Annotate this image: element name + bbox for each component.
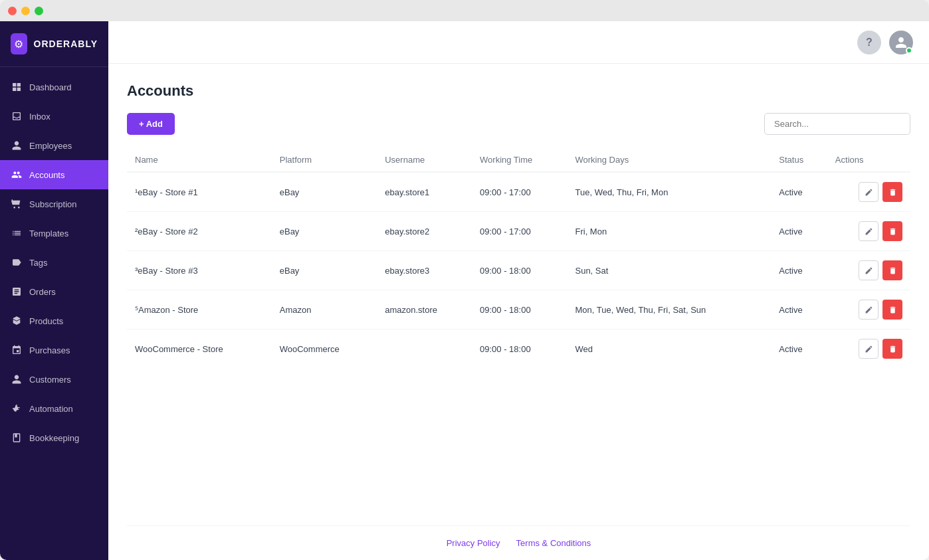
actions-cell: [827, 212, 910, 251]
bookkeeping-icon: [11, 432, 23, 444]
terms-conditions-link[interactable]: Terms & Conditions: [516, 538, 591, 548]
sidebar-item-label-bookkeeping: Bookkeeping: [29, 433, 79, 443]
cell-3: 09:00 - 18:00: [472, 290, 567, 329]
sidebar-item-tags[interactable]: Tags: [0, 248, 108, 277]
cell-4: Tue, Wed, Thu, Fri, Mon: [567, 172, 771, 212]
sidebar-item-subscription[interactable]: Subscription: [0, 189, 108, 219]
cell-2: [377, 329, 472, 369]
app-container: ⚙ ORDERABLY DashboardInboxEmployeesAccou…: [0, 21, 929, 560]
sidebar-item-orders[interactable]: Orders: [0, 277, 108, 306]
logo-icon: ⚙: [11, 33, 27, 54]
delete-button[interactable]: [882, 182, 902, 202]
sidebar-item-label-orders: Orders: [29, 287, 56, 297]
cell-1: eBay: [272, 172, 377, 212]
table-row: ¹eBay - Store #1eBayebay.store109:00 - 1…: [127, 172, 910, 212]
sidebar-item-purchases[interactable]: Purchases: [0, 335, 108, 365]
user-avatar-wrap[interactable]: [889, 31, 913, 54]
cell-4: Wed: [567, 329, 771, 369]
edit-button[interactable]: [859, 339, 878, 359]
table-header-row: NamePlatformUsernameWorking TimeWorking …: [127, 148, 910, 172]
cell-1: WooCommerce: [272, 329, 377, 369]
sidebar-item-label-inbox: Inbox: [29, 112, 51, 122]
content-area: Accounts + Add NamePlatformUsernameWorki…: [108, 64, 929, 560]
cell-0: ²eBay - Store #2: [127, 212, 272, 251]
sidebar-item-label-tags: Tags: [29, 258, 47, 268]
people-icon: [11, 169, 23, 181]
tag-icon: [11, 256, 23, 268]
cell-4: Fri, Mon: [567, 212, 771, 251]
sidebar-item-label-dashboard: Dashboard: [29, 82, 72, 92]
help-button[interactable]: ?: [857, 31, 881, 54]
maximize-chrome-btn[interactable]: [35, 7, 43, 15]
main-content: ? Accounts + Add NamePlatformUsernameWor…: [108, 21, 929, 560]
delete-button[interactable]: [882, 221, 902, 241]
footer: Privacy Policy Terms & Conditions: [127, 525, 910, 560]
actions-container: [835, 182, 902, 202]
delete-button[interactable]: [882, 339, 902, 359]
sidebar-item-label-purchases: Purchases: [29, 345, 70, 355]
actions-cell: [827, 329, 910, 369]
close-chrome-btn[interactable]: [8, 7, 17, 15]
col-header-username: Username: [377, 148, 472, 172]
top-bar: ?: [108, 21, 929, 64]
sidebar-item-inbox[interactable]: Inbox: [0, 102, 108, 131]
table-row: ²eBay - Store #2eBayebay.store209:00 - 1…: [127, 212, 910, 251]
cell-0: ⁵Amazon - Store: [127, 290, 272, 329]
search-input[interactable]: [764, 113, 910, 135]
delete-button[interactable]: [882, 260, 902, 280]
cell-0: ¹eBay - Store #1: [127, 172, 272, 212]
actions-cell: [827, 290, 910, 329]
edit-button[interactable]: [859, 260, 878, 280]
page-title: Accounts: [127, 82, 910, 100]
privacy-policy-link[interactable]: Privacy Policy: [447, 538, 500, 548]
cell-3: 09:00 - 18:00: [472, 251, 567, 290]
table-row: ³eBay - Store #3eBayebay.store309:00 - 1…: [127, 251, 910, 290]
edit-button[interactable]: [859, 182, 878, 202]
col-header-platform: Platform: [272, 148, 377, 172]
customers-icon: [11, 373, 23, 385]
sidebar-item-bookkeeping[interactable]: Bookkeeping: [0, 423, 108, 452]
sidebar-item-label-templates: Templates: [29, 229, 68, 238]
window-chrome: [0, 0, 929, 21]
sidebar-item-automation[interactable]: Automation: [0, 394, 108, 423]
accounts-table: NamePlatformUsernameWorking TimeWorking …: [127, 148, 910, 368]
sidebar-item-label-products: Products: [29, 316, 63, 326]
edit-button[interactable]: [859, 221, 878, 241]
cell-0: WooCommerce - Store: [127, 329, 272, 369]
cell-1: Amazon: [272, 290, 377, 329]
actions-container: [835, 339, 902, 359]
avatar-online-dot: [906, 47, 912, 54]
sidebar-item-label-employees: Employees: [29, 141, 72, 151]
sidebar-item-label-accounts: Accounts: [29, 170, 64, 180]
cell-5: Active: [771, 251, 827, 290]
sidebar-item-customers[interactable]: Customers: [0, 365, 108, 394]
col-header-name: Name: [127, 148, 272, 172]
automation-icon: [11, 403, 23, 415]
minimize-chrome-btn[interactable]: [21, 7, 30, 15]
sidebar-item-accounts[interactable]: Accounts: [0, 160, 108, 189]
sidebar-item-products[interactable]: Products: [0, 306, 108, 335]
cell-4: Mon, Tue, Wed, Thu, Fri, Sat, Sun: [567, 290, 771, 329]
cart-icon: [11, 198, 23, 210]
table-body: ¹eBay - Store #1eBayebay.store109:00 - 1…: [127, 172, 910, 368]
sidebar-item-label-automation: Automation: [29, 404, 73, 414]
add-button[interactable]: + Add: [127, 113, 175, 135]
toolbar: + Add: [127, 113, 910, 135]
sidebar-item-employees[interactable]: Employees: [0, 131, 108, 160]
cell-1: eBay: [272, 251, 377, 290]
cell-5: Active: [771, 212, 827, 251]
col-header-actions: Actions: [827, 148, 910, 172]
edit-button[interactable]: [859, 300, 878, 320]
sidebar-item-templates[interactable]: Templates: [0, 219, 108, 248]
sidebar-item-dashboard[interactable]: Dashboard: [0, 72, 108, 102]
cell-2: ebay.store3: [377, 251, 472, 290]
actions-cell: [827, 251, 910, 290]
sidebar-nav: DashboardInboxEmployeesAccountsSubscript…: [0, 67, 108, 560]
col-header-working-days: Working Days: [567, 148, 771, 172]
delete-button[interactable]: [882, 300, 902, 320]
grid-icon: [11, 81, 23, 93]
actions-container: [835, 260, 902, 280]
brand-name: ORDERABLY: [34, 39, 98, 49]
sidebar-header: ⚙ ORDERABLY: [0, 21, 108, 67]
person-icon: [11, 140, 23, 151]
